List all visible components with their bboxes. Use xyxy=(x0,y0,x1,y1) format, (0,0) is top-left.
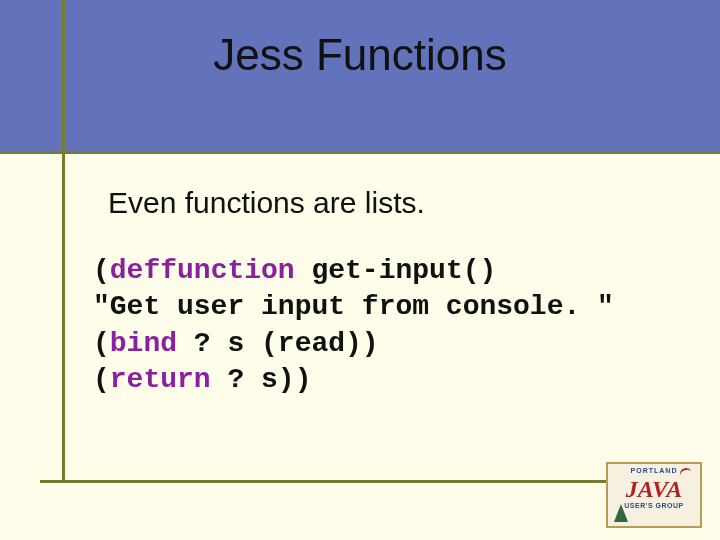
keyword-bind: bind xyxy=(110,328,177,359)
code-line-3-rest: ? s (read)) xyxy=(177,328,379,359)
portland-java-logo: PORTLAND JAVA USER'S GROUP xyxy=(606,462,702,528)
slide-title: Jess Functions xyxy=(0,30,720,80)
tree-icon xyxy=(614,504,628,522)
horizontal-rule-bottom xyxy=(40,480,684,483)
keyword-deffunction: deffunction xyxy=(110,255,295,286)
horizontal-rule-top xyxy=(0,151,720,154)
code-line-4-rest: ? s)) xyxy=(211,364,312,395)
code-block: (deffunction get-input() "Get user input… xyxy=(93,253,653,399)
code-line-1-rest: get-input() xyxy=(295,255,497,286)
logo-line-1: PORTLAND xyxy=(631,467,678,474)
code-line-3-open: ( xyxy=(93,328,110,359)
keyword-return: return xyxy=(110,364,211,395)
logo-line-2: JAVA xyxy=(626,477,682,501)
code-line-4-open: ( xyxy=(93,364,110,395)
slide-subtitle: Even functions are lists. xyxy=(108,186,425,220)
code-line-2: "Get user input from console. " xyxy=(93,291,614,322)
logo-line-3: USER'S GROUP xyxy=(624,502,683,509)
slide: Jess Functions Even functions are lists.… xyxy=(0,0,720,540)
